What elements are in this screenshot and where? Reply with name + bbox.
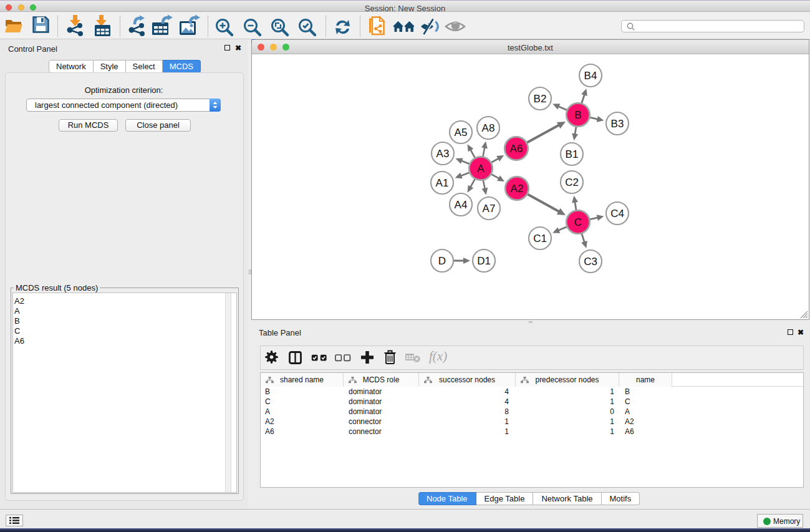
svg-text:A6: A6 (510, 143, 523, 155)
svg-text:B3: B3 (611, 118, 624, 130)
svg-text:B1: B1 (566, 148, 579, 160)
svg-text:D1: D1 (477, 255, 491, 267)
svg-text:C3: C3 (584, 256, 597, 268)
svg-text:C2: C2 (565, 177, 579, 188)
svg-text:A3: A3 (436, 148, 450, 160)
svg-text:A5: A5 (455, 127, 468, 138)
svg-text:A: A (477, 163, 485, 175)
svg-text:A2: A2 (511, 183, 524, 195)
svg-text:A7: A7 (483, 203, 496, 215)
svg-text:A8: A8 (482, 122, 495, 134)
svg-text:C4: C4 (610, 208, 624, 220)
svg-text:B2: B2 (534, 93, 547, 105)
svg-text:C: C (574, 216, 582, 228)
svg-text:D: D (438, 255, 446, 267)
svg-text:B4: B4 (584, 70, 597, 82)
svg-text:A4: A4 (455, 199, 468, 211)
svg-text:C1: C1 (533, 233, 547, 244)
svg-text:B: B (574, 109, 581, 121)
svg-text:A1: A1 (436, 177, 449, 189)
